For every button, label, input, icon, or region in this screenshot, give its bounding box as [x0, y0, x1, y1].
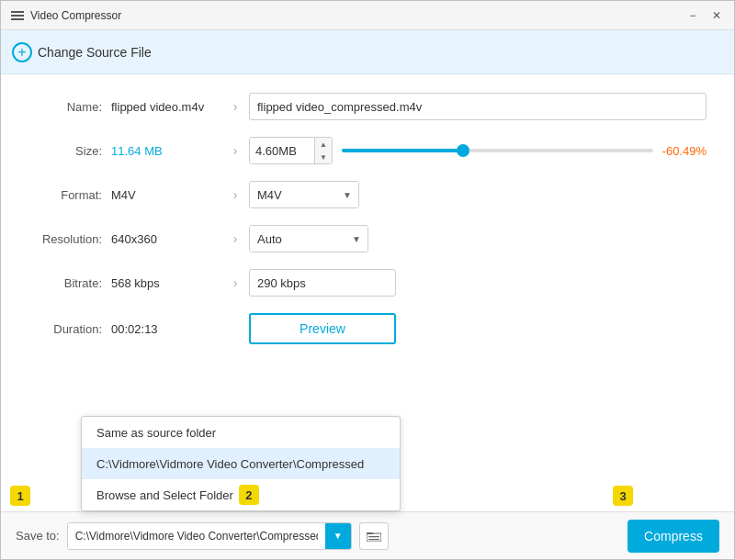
- size-label: Size:: [28, 144, 111, 158]
- format-arrow-icon: ›: [221, 187, 249, 202]
- name-row: Name: flipped video.m4v ›: [28, 93, 707, 120]
- format-row: Format: M4V › M4V MP4 MKV AVI MOV ▼: [28, 181, 707, 208]
- duration-target-wrap: Preview: [249, 313, 707, 344]
- size-percent: -60.49%: [662, 144, 707, 158]
- svg-rect-0: [11, 11, 24, 13]
- window-title: Video Compressor: [30, 9, 684, 22]
- name-label: Name:: [28, 100, 111, 114]
- duration-label: Duration:: [28, 322, 111, 336]
- window-controls: − ✕: [684, 7, 725, 24]
- svg-rect-3: [367, 533, 381, 542]
- format-select[interactable]: M4V MP4 MKV AVI MOV: [250, 181, 336, 208]
- save-path-dropdown: Same as source folder C:\Vidmore\Vidmore…: [81, 416, 401, 511]
- bottom-bar: 1 Save to: ▼ Compress 3 Same as source f…: [1, 511, 734, 559]
- size-source: 11.64 MB: [111, 144, 221, 158]
- svg-rect-1: [11, 15, 24, 17]
- resolution-target-wrap: Auto 640x360 1280x720 1920x1080 ▼: [249, 225, 707, 252]
- change-source-label: Change Source File: [38, 45, 152, 60]
- size-slider-wrap: [342, 149, 653, 152]
- size-input-wrap: ▲ ▼: [249, 137, 333, 164]
- save-to-label: Save to:: [16, 529, 60, 543]
- save-path-wrap: ▼: [67, 522, 352, 550]
- preview-button[interactable]: Preview: [249, 313, 396, 344]
- close-button[interactable]: ✕: [708, 7, 725, 24]
- name-input[interactable]: [249, 93, 707, 120]
- badge-1: 1: [10, 486, 30, 506]
- name-arrow-icon: ›: [221, 99, 249, 114]
- save-path-input[interactable]: [68, 523, 325, 549]
- bitrate-label: Bitrate:: [28, 276, 111, 290]
- minimize-button[interactable]: −: [684, 7, 701, 24]
- badge-3: 3: [613, 486, 633, 506]
- size-spinners: ▲ ▼: [314, 138, 332, 163]
- plus-circle-icon: +: [12, 42, 32, 62]
- resolution-source: 640x360: [111, 232, 221, 246]
- dropdown-item-same-source[interactable]: Same as source folder: [82, 417, 400, 448]
- badge-2: 2: [239, 485, 259, 505]
- svg-rect-4: [368, 536, 379, 537]
- save-path-dropdown-button[interactable]: ▼: [325, 523, 351, 549]
- app-icon: [10, 8, 25, 23]
- format-dropdown-arrow-icon: ▼: [336, 181, 358, 208]
- format-source: M4V: [111, 188, 221, 202]
- resolution-dropdown-arrow-icon: ▼: [345, 225, 368, 252]
- duration-row: Duration: 00:02:13 Preview: [28, 313, 707, 344]
- format-label: Format:: [28, 188, 111, 202]
- name-source: flipped video.m4v: [111, 100, 221, 114]
- title-bar: Video Compressor − ✕: [1, 1, 734, 30]
- bitrate-target-wrap: [249, 269, 707, 297]
- size-slider[interactable]: [342, 149, 653, 152]
- svg-rect-5: [368, 539, 379, 540]
- bitrate-input[interactable]: [249, 269, 396, 297]
- resolution-row: Resolution: 640x360 › Auto 640x360 1280x…: [28, 225, 707, 252]
- bitrate-row: Bitrate: 568 kbps ›: [28, 269, 707, 297]
- slider-thumb[interactable]: [457, 144, 469, 157]
- dropdown-item-compressed[interactable]: C:\Vidmore\Vidmore Video Converter\Compr…: [82, 448, 400, 479]
- resolution-select[interactable]: Auto 640x360 1280x720 1920x1080: [250, 225, 345, 252]
- change-source-button[interactable]: + Change Source File: [12, 42, 152, 62]
- duration-value: 00:02:13: [111, 322, 221, 336]
- folder-button[interactable]: [359, 522, 389, 550]
- resolution-arrow-icon: ›: [221, 231, 249, 246]
- app-window: Video Compressor − ✕ + Change Source Fil…: [0, 0, 735, 560]
- size-target-wrap: ▲ ▼ -60.49%: [249, 137, 707, 164]
- bitrate-source: 568 kbps: [111, 276, 221, 290]
- size-arrow-icon: ›: [221, 143, 249, 158]
- resolution-select-wrap: Auto 640x360 1280x720 1920x1080 ▼: [249, 225, 368, 252]
- bitrate-arrow-icon: ›: [221, 275, 249, 290]
- size-spin-up[interactable]: ▲: [315, 138, 332, 151]
- svg-rect-2: [11, 18, 24, 20]
- toolbar: + Change Source File: [1, 30, 734, 74]
- size-spin-down[interactable]: ▼: [315, 151, 332, 163]
- format-select-wrap: M4V MP4 MKV AVI MOV ▼: [249, 181, 359, 208]
- size-row: Size: 11.64 MB › ▲ ▼ -60.49%: [28, 137, 707, 164]
- format-target-wrap: M4V MP4 MKV AVI MOV ▼: [249, 181, 707, 208]
- name-target-wrap: [249, 93, 707, 120]
- dropdown-item-browse[interactable]: Browse and Select Folder 2: [82, 479, 400, 510]
- slider-track: [342, 149, 463, 152]
- compress-button[interactable]: Compress: [628, 520, 719, 553]
- resolution-label: Resolution:: [28, 232, 111, 246]
- size-input[interactable]: [250, 137, 314, 164]
